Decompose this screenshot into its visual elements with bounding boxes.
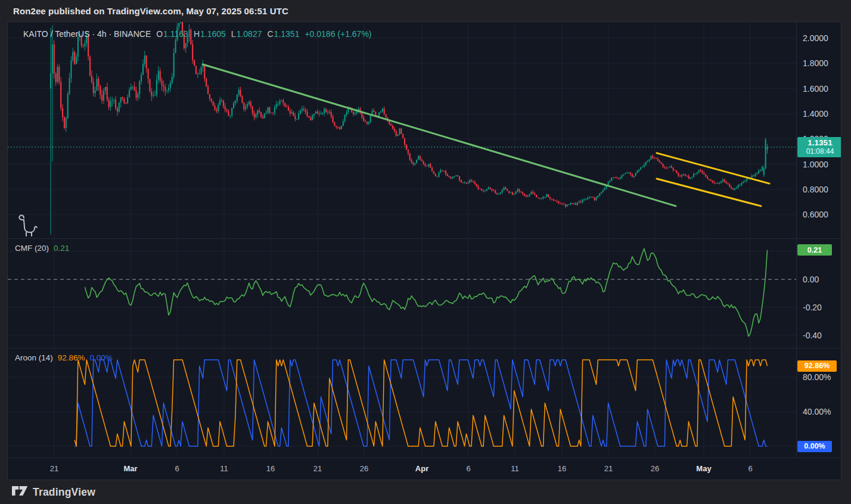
price-axis-label: 0.8000	[803, 185, 828, 194]
cmf-axis-label: -0.20	[803, 303, 822, 312]
time-axis-label: 6	[748, 458, 752, 478]
aroon-up-badge: 92.86%	[797, 360, 837, 372]
cmf-legend: CMF (20)0.21	[15, 244, 69, 253]
tradingview-snapshot: Ron2ee published on TradingView.com, May…	[0, 0, 851, 504]
price-axis-label: 1.6000	[803, 84, 828, 94]
change-value: +0.0186 (+1.67%)	[305, 29, 371, 39]
price-axis-label: 0.6000	[803, 210, 828, 219]
ohlc-close: C1.1351	[262, 29, 299, 39]
aroon-down-badge-text: 0.00%	[804, 442, 825, 450]
aroon-title[interactable]: Aroon (14)	[15, 353, 53, 362]
time-axis-label: 21	[50, 458, 58, 478]
time-axis-label: Apr	[415, 458, 428, 478]
aroon-legend: Aroon (14)92.86%0.00%	[15, 353, 113, 362]
cmf-axis-label: 0.00	[803, 275, 819, 284]
price-axis-label: 2.0000	[803, 33, 828, 43]
time-axis-label: 26	[651, 458, 659, 478]
aroon-up-badge-text: 92.86%	[805, 362, 830, 370]
attribution-bar: Ron2ee published on TradingView.com, May…	[0, 0, 851, 21]
time-axis-label: 16	[266, 458, 275, 478]
ohlc-low: L1.0827	[226, 29, 262, 39]
time-axis-label: 6	[466, 458, 470, 478]
aroon-down-badge: 0.00%	[797, 441, 832, 452]
aroon-down-value: 0.00%	[90, 353, 113, 362]
price-axis-separator	[796, 22, 797, 458]
symbol-title[interactable]: KAITO / TetherUS · 4h · BINANCE	[23, 29, 151, 39]
ohlc-high: H1.1605	[188, 29, 226, 39]
cmf-line	[85, 248, 767, 336]
time-axis[interactable]: 21Mar611162126Apr611162126May6	[8, 458, 841, 478]
cmf-pane[interactable]: CMF (20)0.21 0.21 0.00-0.20-0.40	[8, 239, 841, 349]
time-axis-label: 21	[313, 458, 322, 478]
time-axis-label: May	[696, 458, 711, 478]
cmf-value: 0.21	[54, 244, 69, 253]
chart-card: KAITO / TetherUS · 4h · BINANCEO1.1163H1…	[7, 21, 841, 480]
tradingview-logo-icon[interactable]	[12, 486, 28, 499]
last-price-badge: 1.1351 01:08:44	[797, 137, 841, 157]
time-axis-label: 11	[220, 458, 228, 478]
cmf-badge-text: 0.21	[807, 246, 822, 254]
aroon-axis-label: 80.00%	[803, 372, 831, 382]
cmf-title[interactable]: CMF (20)	[15, 244, 49, 253]
time-axis-label: Mar	[123, 458, 137, 478]
price-axis-label: 1.8000	[803, 58, 828, 68]
price-axis-label: 1.0000	[803, 160, 828, 169]
footer-bar: TradingView	[0, 480, 851, 504]
price-axis-label: 1.4000	[803, 109, 828, 119]
dino-icon	[17, 213, 39, 238]
main-price-pane[interactable]: KAITO / TetherUS · 4h · BINANCEO1.1163H1…	[8, 22, 841, 239]
aroon-axis-label: 40.00%	[803, 407, 831, 416]
channel-lower-line	[657, 179, 761, 206]
time-axis-label: 11	[511, 458, 519, 478]
time-axis-label: 16	[558, 458, 566, 478]
aroon-pane[interactable]: Aroon (14)92.86%0.00% 92.86% 0.00% 80.00…	[8, 349, 841, 458]
descending-trendline	[203, 64, 676, 206]
aroon-down-line	[74, 360, 767, 446]
candlestick-chart[interactable]	[8, 22, 796, 238]
chart-legend: KAITO / TetherUS · 4h · BINANCEO1.1163H1…	[23, 29, 372, 39]
cmf-value-badge: 0.21	[797, 244, 832, 256]
time-axis-label: 26	[360, 458, 368, 478]
aroon-up-line	[74, 360, 767, 446]
aroon-up-value: 92.86%	[58, 353, 85, 362]
aroon-chart[interactable]	[8, 349, 796, 458]
time-axis-label: 6	[175, 458, 179, 478]
last-price-value: 1.1351	[807, 138, 832, 147]
cmf-axis-label: -0.40	[803, 331, 822, 340]
time-axis-label: 21	[604, 458, 613, 478]
cmf-chart[interactable]	[8, 239, 796, 348]
tradingview-wordmark[interactable]: TradingView	[33, 486, 95, 499]
bar-countdown: 01:08:44	[806, 147, 834, 156]
ohlc-open: O1.1163	[151, 29, 188, 39]
attribution-text: Ron2ee published on TradingView.com, May…	[13, 6, 288, 16]
